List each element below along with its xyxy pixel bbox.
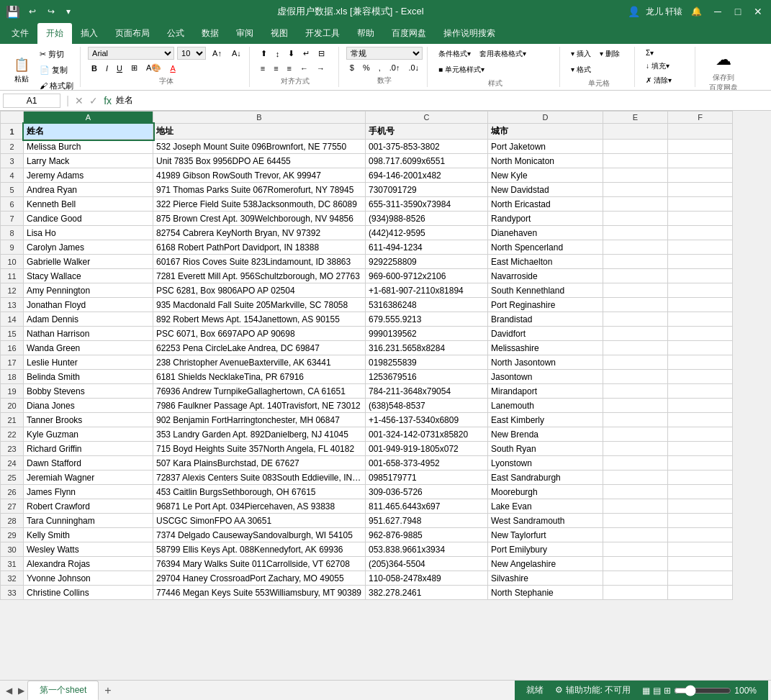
- confirm-formula-icon[interactable]: ✓: [89, 95, 98, 106]
- fill-color-btn[interactable]: A🎨: [143, 61, 165, 75]
- cell-phone-4[interactable]: 694-146-2001x482: [366, 168, 488, 183]
- cell-phone-1[interactable]: 手机号: [366, 124, 488, 140]
- cell-e-9[interactable]: [603, 240, 668, 255]
- cell-e-32[interactable]: [603, 571, 668, 586]
- cell-e-17[interactable]: [603, 355, 668, 370]
- cell-name-19[interactable]: Bobby Stevens: [24, 384, 153, 399]
- font-family-select[interactable]: Arial: [88, 47, 174, 60]
- save-baidu-btn[interactable]: ☁: [703, 47, 744, 73]
- fill-btn[interactable]: ↓ 填充▾: [642, 59, 690, 73]
- cell-name-33[interactable]: Christine Collins: [24, 586, 153, 600]
- cell-city-29[interactable]: New Taylorfurt: [488, 528, 603, 542]
- cell-f-23[interactable]: [668, 442, 733, 456]
- bold-btn[interactable]: B: [88, 62, 101, 75]
- cell-address-27[interactable]: 96871 Le Port Apt. 034Piercehaven, AS 93…: [153, 499, 366, 514]
- cell-phone-5[interactable]: 7307091729: [366, 183, 488, 197]
- cell-address-11[interactable]: 7281 Everett Mill Apt. 956Schultzborough…: [153, 269, 366, 283]
- cell-address-4[interactable]: 41989 Gibson RowSouth Trevor, AK 99947: [153, 168, 366, 183]
- cell-city-33[interactable]: North Stephanie: [488, 586, 603, 600]
- cell-address-8[interactable]: 82754 Cabrera KeyNorth Bryan, NV 97392: [153, 226, 366, 240]
- cell-f-27[interactable]: [668, 499, 733, 514]
- cell-name-18[interactable]: Belinda Smith: [24, 370, 153, 384]
- scroll-sheets-left[interactable]: ◀: [3, 686, 15, 696]
- cell-city-24[interactable]: Lyonstown: [488, 456, 603, 471]
- cell-e-13[interactable]: [603, 298, 668, 312]
- cell-f-1[interactable]: [668, 124, 733, 140]
- wrap-text-btn[interactable]: ↵: [299, 47, 313, 60]
- cell-city-26[interactable]: Mooreburgh: [488, 485, 603, 499]
- customize-btn[interactable]: ▾: [63, 5, 73, 18]
- cell-address-22[interactable]: 353 Landry Garden Apt. 892Danielberg, NJ…: [153, 427, 366, 442]
- cell-e-1[interactable]: [603, 124, 668, 140]
- cell-phone-10[interactable]: 9292258809: [366, 255, 488, 269]
- cell-name-3[interactable]: Larry Mack: [24, 154, 153, 168]
- cell-city-23[interactable]: South Ryan: [488, 442, 603, 456]
- cell-name-10[interactable]: Gabrielle Walker: [24, 255, 153, 269]
- cell-e-23[interactable]: [603, 442, 668, 456]
- cell-f-17[interactable]: [668, 355, 733, 370]
- cell-e-34[interactable]: [603, 600, 668, 601]
- cell-e-16[interactable]: [603, 341, 668, 355]
- cell-e-10[interactable]: [603, 255, 668, 269]
- cell-f-34[interactable]: [668, 600, 733, 601]
- cell-phone-30[interactable]: 053.838.9661x3934: [366, 542, 488, 557]
- normal-view-btn[interactable]: ▦: [642, 686, 650, 696]
- cell-name-9[interactable]: Carolyn James: [24, 240, 153, 255]
- cell-f-15[interactable]: [668, 327, 733, 341]
- cell-address-25[interactable]: 72837 Alexis Centers Suite 083South Eddi…: [153, 471, 366, 485]
- cell-city-5[interactable]: New Davidstad: [488, 183, 603, 197]
- zoom-slider[interactable]: [674, 685, 731, 696]
- cell-city-11[interactable]: Navarroside: [488, 269, 603, 283]
- cell-city-34[interactable]: Riveramouth: [488, 600, 603, 601]
- cell-city-30[interactable]: Port Emilybury: [488, 542, 603, 557]
- cell-address-14[interactable]: 892 Robert Mews Apt. 154Janettown, AS 90…: [153, 312, 366, 327]
- cell-e-24[interactable]: [603, 456, 668, 471]
- user-avatar[interactable]: 👤: [628, 6, 640, 17]
- col-header-c[interactable]: C: [366, 112, 488, 124]
- cell-address-6[interactable]: 322 Pierce Field Suite 538Jacksonmouth, …: [153, 197, 366, 212]
- ribbon-tab-操作说明搜索[interactable]: 操作说明搜索: [435, 23, 504, 44]
- sheet-scroll-area[interactable]: A B C D E F 1姓名地址手机号城市2Melissa Burch532 …: [0, 111, 771, 600]
- cell-f-4[interactable]: [668, 168, 733, 183]
- border-btn[interactable]: ⊞: [127, 61, 141, 75]
- ribbon-tab-数据[interactable]: 数据: [193, 23, 227, 44]
- percent-btn[interactable]: %: [359, 61, 374, 74]
- cell-e-12[interactable]: [603, 283, 668, 298]
- cell-e-29[interactable]: [603, 528, 668, 542]
- cell-address-21[interactable]: 902 Benjamin FortHarringtonchester, MH 0…: [153, 413, 366, 427]
- cell-name-28[interactable]: Tara Cunningham: [24, 514, 153, 528]
- minimize-btn[interactable]: ─: [711, 4, 725, 19]
- cell-e-2[interactable]: [603, 140, 668, 154]
- close-btn[interactable]: ✕: [751, 4, 765, 19]
- scroll-sheets-right[interactable]: ▶: [15, 686, 27, 696]
- number-format-select[interactable]: 常规: [346, 47, 423, 60]
- col-header-e[interactable]: E: [603, 112, 668, 124]
- cell-f-2[interactable]: [668, 140, 733, 154]
- cell-f-22[interactable]: [668, 427, 733, 442]
- col-header-a[interactable]: A: [24, 112, 153, 124]
- cell-phone-2[interactable]: 001-375-853-3802: [366, 140, 488, 154]
- cell-address-23[interactable]: 715 Boyd Heights Suite 357North Angela, …: [153, 442, 366, 456]
- delete-btn[interactable]: ▾ 删除: [596, 47, 623, 61]
- format-copy-btn[interactable]: 🖌 格式刷: [36, 78, 77, 91]
- cell-city-17[interactable]: North Jasontown: [488, 355, 603, 370]
- cell-address-18[interactable]: 6181 Shields NecklakeTina, PR 67916: [153, 370, 366, 384]
- cell-styles-btn[interactable]: ■ 单元格样式▾: [435, 63, 488, 77]
- cell-f-20[interactable]: [668, 399, 733, 413]
- cell-address-15[interactable]: PSC 6071, Box 6697APO AP 90698: [153, 327, 366, 341]
- cell-address-28[interactable]: USCGC SimonFPO AA 30651: [153, 514, 366, 528]
- increase-font-btn[interactable]: A↑: [209, 47, 225, 60]
- cell-name-8[interactable]: Lisa Ho: [24, 226, 153, 240]
- cell-phone-22[interactable]: 001-324-142-0731x85820: [366, 427, 488, 442]
- cell-city-21[interactable]: East Kimberly: [488, 413, 603, 427]
- cell-address-26[interactable]: 453 Caitlin BurgsSethborough, OH 67615: [153, 485, 366, 499]
- add-sheet-btn[interactable]: +: [99, 681, 117, 700]
- cell-e-14[interactable]: [603, 312, 668, 327]
- cell-phone-20[interactable]: (638)548-8537: [366, 399, 488, 413]
- cell-e-18[interactable]: [603, 370, 668, 384]
- conditional-format-btn[interactable]: 条件格式▾: [435, 47, 474, 61]
- cell-phone-14[interactable]: 679.555.9213: [366, 312, 488, 327]
- ribbon-tab-百度网盘[interactable]: 百度网盘: [383, 23, 435, 44]
- cell-name-30[interactable]: Wesley Watts: [24, 542, 153, 557]
- cell-name-1[interactable]: 姓名: [24, 124, 153, 140]
